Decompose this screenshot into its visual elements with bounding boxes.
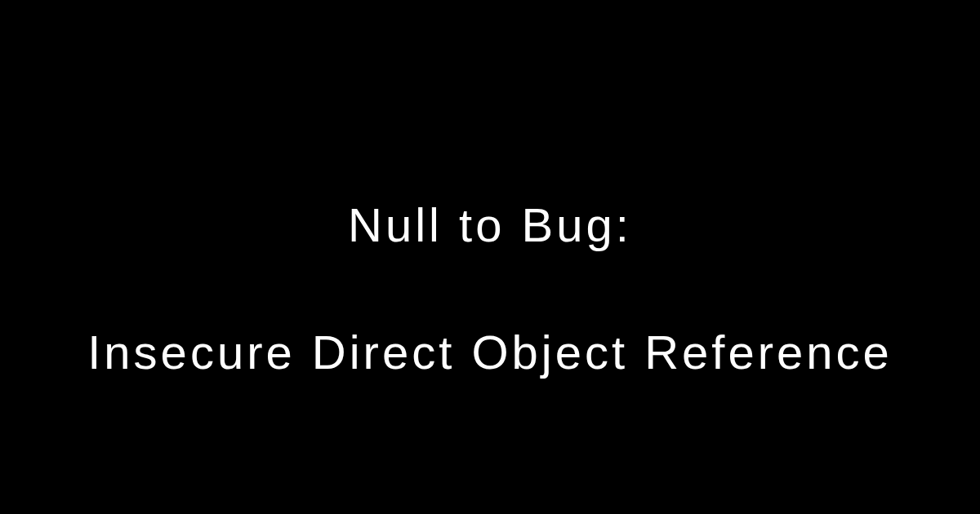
title-line-1: Null to Bug:: [348, 198, 632, 251]
title-line-2: Insecure Direct Object Reference: [87, 326, 892, 379]
page-title: Null to Bug: Insecure Direct Object Refe…: [87, 129, 892, 384]
